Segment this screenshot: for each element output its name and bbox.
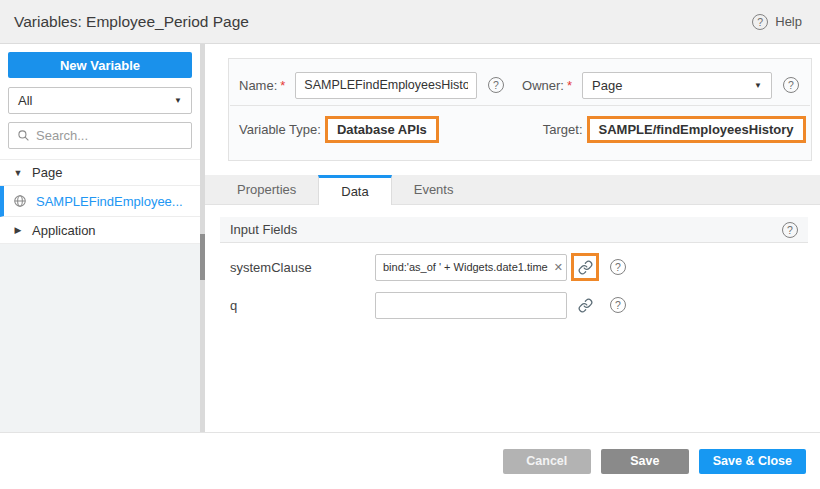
input-field-row-q: q ? xyxy=(220,291,808,319)
input-fields-title: Input Fields xyxy=(230,222,297,237)
owner-help-icon[interactable]: ? xyxy=(783,77,799,93)
systemclause-label: systemClause xyxy=(230,260,375,275)
tree-node-selected-variable[interactable]: SAMPLEFindEmployee... xyxy=(0,186,200,217)
owner-select[interactable]: Page ▼ xyxy=(582,72,772,99)
detail-tabbar: Properties Data Events xyxy=(205,175,820,205)
tab-properties[interactable]: Properties xyxy=(215,175,318,204)
owner-label: Owner: xyxy=(522,78,564,93)
variable-type-label: Variable Type: xyxy=(239,122,321,137)
variables-dialog: Variables: Employee_Period Page ? Help N… xyxy=(0,0,820,489)
tree-collapsed-icon[interactable]: ▶ xyxy=(13,225,23,235)
systemclause-input-wrap: ✕ xyxy=(375,254,567,281)
q-label: q xyxy=(230,298,375,313)
input-fields-help-icon[interactable]: ? xyxy=(782,222,798,238)
help-label: Help xyxy=(775,14,802,29)
variable-summary-panel: Name: * ? Owner: * Page ▼ ? xyxy=(228,58,812,161)
search-icon xyxy=(17,129,30,142)
q-bind-button[interactable] xyxy=(571,291,599,319)
type-target-row: Variable Type: Database APIs Target: SAM… xyxy=(229,106,811,152)
owner-select-value: Page xyxy=(592,78,622,93)
owner-group: Owner: * Page ▼ ? xyxy=(522,72,799,99)
variables-tree: ▼ Page SAMPLEFindEmployee... ▶ Applicati… xyxy=(0,159,200,244)
chevron-down-icon: ▼ xyxy=(754,81,762,90)
variable-search-box xyxy=(8,122,192,149)
tree-node-application-label: Application xyxy=(32,223,96,238)
search-input[interactable] xyxy=(36,128,183,143)
systemclause-help-icon[interactable]: ? xyxy=(610,259,626,275)
q-input[interactable] xyxy=(375,292,567,319)
variable-name-input[interactable] xyxy=(295,72,477,99)
save-button[interactable]: Save xyxy=(601,449,689,474)
tree-node-page-label: Page xyxy=(32,165,62,180)
service-variable-icon xyxy=(13,194,27,208)
dialog-body: New Variable All ▼ ▼ Page xyxy=(0,44,820,432)
variables-sidebar: New Variable All ▼ ▼ Page xyxy=(0,44,205,432)
tree-node-page[interactable]: ▼ Page xyxy=(0,159,200,186)
sidebar-scrollbar-thumb[interactable] xyxy=(200,234,205,280)
name-owner-row: Name: * ? Owner: * Page ▼ ? xyxy=(229,59,811,105)
input-field-row-systemclause: systemClause ✕ ? xyxy=(220,253,808,281)
new-variable-button[interactable]: New Variable xyxy=(8,52,192,78)
variable-filter-value: All xyxy=(18,93,32,108)
sidebar-empty-area xyxy=(0,244,200,432)
page-title: Variables: Employee_Period Page xyxy=(14,13,249,31)
owner-required-marker: * xyxy=(567,78,572,93)
save-and-close-button[interactable]: Save & Close xyxy=(699,449,806,474)
name-help-icon[interactable]: ? xyxy=(488,77,504,93)
selected-variable-label: SAMPLEFindEmployee... xyxy=(36,194,183,209)
clear-binding-icon[interactable]: ✕ xyxy=(554,261,563,274)
data-tab-content: Input Fields ? systemClause ✕ ? q xyxy=(205,205,820,432)
help-button[interactable]: ? Help xyxy=(752,14,802,30)
q-help-icon[interactable]: ? xyxy=(610,297,626,313)
link-icon xyxy=(578,260,593,275)
dialog-header: Variables: Employee_Period Page ? Help xyxy=(0,0,820,44)
link-icon xyxy=(578,298,593,313)
help-icon: ? xyxy=(752,14,768,30)
tree-expanded-icon[interactable]: ▼ xyxy=(13,168,23,178)
variable-type-value: Database APIs xyxy=(325,116,439,143)
systemclause-bind-button[interactable] xyxy=(571,253,599,281)
target-value: SAMPLE/findEmployeesHistory xyxy=(587,116,806,143)
dialog-footer: Cancel Save Save & Close xyxy=(0,432,820,489)
tree-node-application[interactable]: ▶ Application xyxy=(0,217,200,244)
chevron-down-icon: ▼ xyxy=(174,96,182,105)
variable-filter-select[interactable]: All ▼ xyxy=(8,87,192,114)
sidebar-content: New Variable All ▼ ▼ Page xyxy=(0,44,205,432)
name-label: Name: xyxy=(239,78,277,93)
name-required-marker: * xyxy=(280,78,285,93)
input-fields-header: Input Fields ? xyxy=(220,217,808,243)
tab-data[interactable]: Data xyxy=(318,175,391,205)
target-label: Target: xyxy=(543,122,583,137)
tab-events[interactable]: Events xyxy=(392,175,476,204)
q-input-wrap xyxy=(375,292,567,319)
cancel-button[interactable]: Cancel xyxy=(503,449,591,474)
systemclause-input[interactable] xyxy=(375,254,567,281)
variable-detail-pane: Name: * ? Owner: * Page ▼ ? xyxy=(205,44,820,432)
